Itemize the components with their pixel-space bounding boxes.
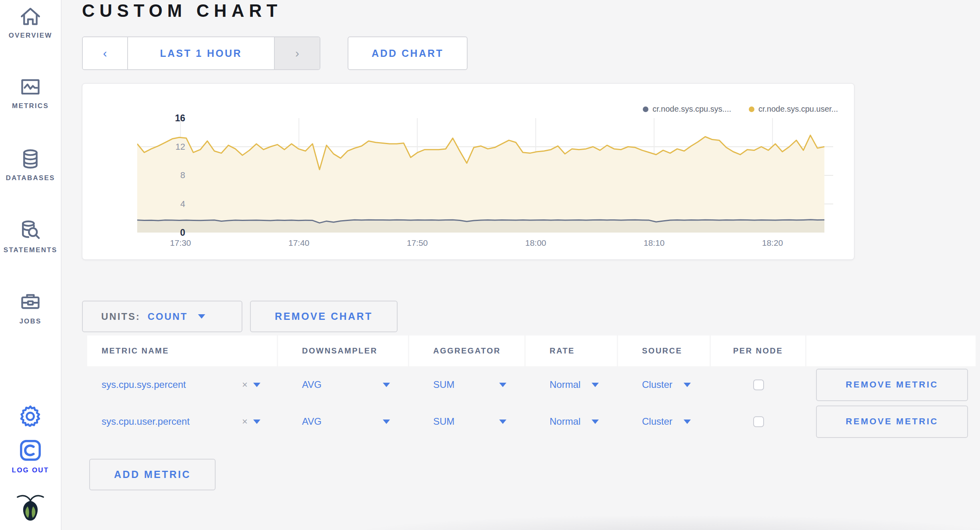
source-value: Cluster (642, 416, 672, 427)
sidebar-item-databases[interactable]: DATABASES (0, 147, 61, 182)
rate-value: Normal (550, 416, 580, 427)
legend-item[interactable]: cr.node.sys.cpu.sys.... (643, 104, 731, 114)
y-axis-tick-label: 8 (141, 170, 185, 181)
col-header-per-node: PER NODE (711, 335, 806, 366)
remove-metric-label: REMOVE METRIC (846, 416, 938, 427)
sidebar-brand-logo[interactable] (0, 493, 61, 526)
rate-select[interactable]: Normal (550, 416, 618, 427)
chevron-down-icon (684, 383, 691, 387)
chevron-down-icon (499, 383, 506, 387)
clear-metric-icon[interactable]: × (242, 416, 248, 427)
metric-name-value: sys.cpu.user.percent (102, 416, 190, 427)
remove-metric-button[interactable]: REMOVE METRIC (816, 369, 968, 401)
chart-svg (137, 118, 833, 233)
aggregator-value: SUM (433, 379, 454, 390)
sidebar-item-label: DATABASES (0, 174, 61, 182)
time-prev-button[interactable]: ‹ (83, 37, 128, 69)
chevron-down-icon (592, 420, 599, 424)
legend-item[interactable]: cr.node.sys.cpu.user... (749, 104, 838, 114)
col-header-aggregator: AGGREGATOR (409, 335, 526, 366)
metric-name-cell: sys.cpu.user.percent × (87, 403, 278, 440)
source-select[interactable]: Cluster (642, 416, 711, 427)
page-bottom-shadow (302, 512, 980, 530)
cockroach-bug-icon (16, 493, 45, 526)
chevron-down-icon (592, 383, 599, 387)
downsampler-cell: AVG (278, 403, 409, 440)
aggregator-cell: SUM (409, 403, 526, 440)
sidebar-item-settings[interactable] (0, 404, 61, 427)
sidebar-item-label: STATEMENTS (0, 246, 61, 254)
metric-name-select[interactable]: sys.cpu.user.percent × (102, 416, 278, 427)
time-range-dropdown[interactable]: LAST 1 HOUR (128, 37, 274, 69)
table-row: sys.cpu.user.percent × AVG SUM (87, 403, 976, 440)
sidebar-item-overview[interactable]: OVERVIEW (0, 5, 61, 40)
source-cell: Cluster (618, 403, 711, 440)
line-chart-plot: 048121617:3017:4017:5018:0018:1018:20 (137, 118, 833, 233)
metric-name-value: sys.cpu.sys.percent (102, 379, 186, 390)
remove-chart-button[interactable]: REMOVE CHART (250, 301, 398, 332)
legend-dot-icon (643, 106, 648, 112)
aggregator-select[interactable]: SUM (433, 379, 526, 390)
downsampler-select[interactable]: AVG (302, 379, 409, 390)
col-header-rate: RATE (526, 335, 618, 366)
units-dropdown[interactable]: UNITS: COUNT (82, 301, 242, 332)
source-cell: Cluster (618, 366, 711, 403)
y-axis-tick-label: 0 (141, 227, 185, 238)
x-axis-tick-label: 17:40 (288, 238, 310, 248)
sidebar-item-label: METRICS (0, 102, 61, 110)
y-axis-tick-label: 16 (141, 113, 185, 124)
chevron-down-icon (253, 420, 260, 424)
downsampler-select[interactable]: AVG (302, 416, 409, 427)
metrics-table: METRIC NAME DOWNSAMPLER AGGREGATOR RATE … (87, 335, 976, 440)
table-header-row: METRIC NAME DOWNSAMPLER AGGREGATOR RATE … (87, 335, 976, 366)
metrics-icon (19, 75, 42, 98)
legend-label: cr.node.sys.cpu.sys.... (652, 104, 731, 114)
main-content: CUSTOM CHART ‹ LAST 1 HOUR › ADD CHART (62, 0, 980, 530)
sidebar: OVERVIEW METRICS DATABASES (0, 0, 62, 530)
gear-icon (19, 404, 42, 427)
logout-label: LOG OUT (0, 466, 61, 474)
briefcase-icon (19, 291, 42, 314)
sidebar-item-statements[interactable]: STATEMENTS (0, 219, 61, 254)
statements-icon (18, 219, 42, 243)
add-chart-label: ADD CHART (372, 48, 444, 59)
chevron-down-icon (253, 383, 260, 387)
col-header-actions (806, 335, 976, 366)
chart-panel: cr.node.sys.cpu.sys.... cr.node.sys.cpu.… (82, 83, 854, 260)
sidebar-item-logout[interactable]: LOG OUT (0, 438, 61, 474)
source-select[interactable]: Cluster (642, 379, 711, 390)
metric-name-cell: sys.cpu.sys.percent × (87, 366, 278, 403)
remove-chart-label: REMOVE CHART (275, 311, 373, 322)
rate-cell: Normal (526, 366, 618, 403)
metric-name-select[interactable]: sys.cpu.sys.percent × (102, 379, 278, 390)
time-range-selector: ‹ LAST 1 HOUR › (82, 36, 320, 70)
chevron-down-icon (383, 383, 390, 387)
source-value: Cluster (642, 379, 672, 390)
sidebar-item-label: JOBS (0, 317, 61, 325)
time-next-button[interactable]: › (274, 37, 320, 69)
add-chart-button[interactable]: ADD CHART (348, 36, 468, 70)
downsampler-value: AVG (302, 416, 322, 427)
rate-cell: Normal (526, 403, 618, 440)
col-header-source: SOURCE (618, 335, 711, 366)
sidebar-item-metrics[interactable]: METRICS (0, 75, 61, 110)
chevron-left-icon: ‹ (103, 46, 107, 60)
remove-metric-button[interactable]: REMOVE METRIC (816, 406, 968, 438)
chevron-down-icon (499, 420, 506, 424)
page-title: CUSTOM CHART (82, 1, 282, 21)
home-icon (19, 5, 42, 28)
per-node-cell (711, 403, 806, 440)
add-metric-button[interactable]: ADD METRIC (89, 459, 216, 490)
rate-select[interactable]: Normal (550, 379, 618, 390)
per-node-checkbox[interactable] (753, 379, 764, 390)
y-axis-tick-label: 4 (141, 199, 185, 209)
x-axis-tick-label: 17:50 (407, 238, 428, 248)
table-row: sys.cpu.sys.percent × AVG SUM (87, 366, 976, 403)
aggregator-select[interactable]: SUM (433, 416, 526, 427)
clear-metric-icon[interactable]: × (242, 379, 248, 390)
chevron-right-icon: › (295, 46, 299, 60)
sidebar-item-jobs[interactable]: JOBS (0, 291, 61, 325)
chevron-down-icon (684, 420, 691, 424)
per-node-checkbox[interactable] (753, 416, 764, 427)
legend-label: cr.node.sys.cpu.user... (758, 104, 838, 114)
